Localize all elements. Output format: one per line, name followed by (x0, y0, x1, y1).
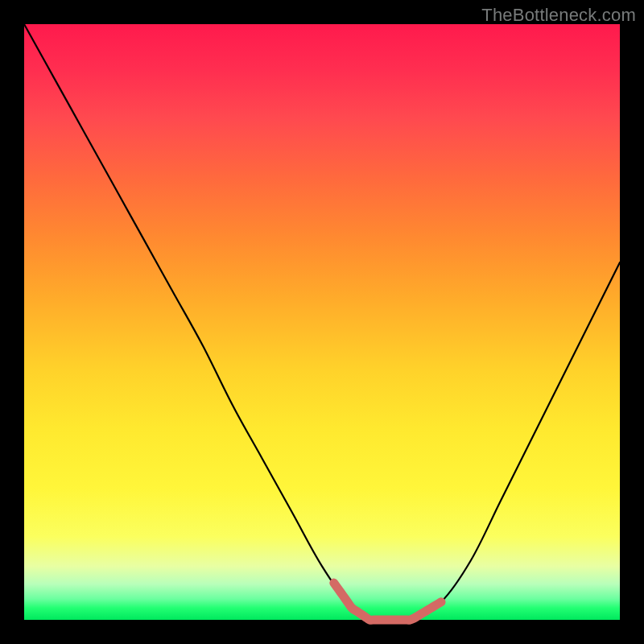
plot-area (24, 24, 620, 620)
curve-highlight (334, 583, 441, 620)
curve-main (24, 24, 620, 621)
chart-frame: TheBottleneck.com (0, 0, 644, 644)
bottleneck-curve (24, 24, 620, 620)
watermark-text: TheBottleneck.com (481, 5, 636, 26)
